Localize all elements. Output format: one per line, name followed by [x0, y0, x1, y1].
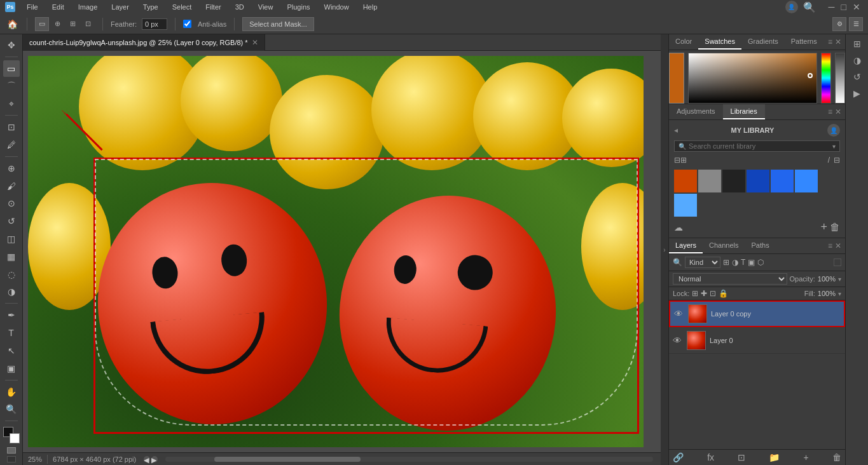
menu-layer[interactable]: Layer — [109, 2, 132, 12]
color-panel-close[interactable]: ✕ — [835, 37, 841, 46]
tab-layers[interactable]: Layers — [669, 238, 703, 253]
rect-marquee-option[interactable]: ▭ — [35, 17, 49, 31]
delete-from-library-button[interactable]: 🗑 — [830, 222, 840, 233]
clone-tool[interactable]: ⊙ — [3, 196, 20, 212]
maximize-button[interactable]: □ — [839, 2, 849, 12]
lock-all-icon[interactable]: 🔒 — [719, 289, 728, 298]
layout-icon[interactable]: ☰ — [849, 17, 863, 31]
move-option[interactable]: ⊕ — [50, 17, 64, 31]
layer-text-icon[interactable]: T — [741, 258, 745, 267]
opacity-value[interactable]: 100% — [818, 275, 836, 283]
home-icon[interactable]: 🏠 — [5, 17, 19, 31]
blur-tool[interactable]: ◌ — [3, 266, 20, 283]
tab-patterns[interactable]: Patterns — [785, 34, 823, 50]
layers-filter-toggle[interactable] — [834, 259, 841, 266]
library-view-lines[interactable]: / — [828, 156, 830, 165]
eyedropper-tool[interactable]: 🖉 — [3, 137, 20, 153]
lock-pixels-icon[interactable]: ⊞ — [692, 289, 698, 298]
lasso-tool[interactable]: ⌒ — [3, 78, 20, 95]
delete-layer-icon[interactable]: 🗑 — [832, 452, 841, 462]
eraser-tool[interactable]: ◫ — [3, 231, 20, 247]
path-select-tool[interactable]: ↖ — [3, 342, 20, 359]
adj-panel-close[interactable]: ✕ — [835, 107, 841, 116]
menu-image[interactable]: Image — [76, 2, 100, 12]
library-view-grid[interactable]: ⊟ — [834, 156, 840, 165]
tab-paths[interactable]: Paths — [745, 238, 776, 253]
actions-icon[interactable]: ▶ — [850, 86, 864, 100]
marquee-tool[interactable]: ▭ — [3, 60, 20, 77]
fill-dropdown[interactable]: ▾ — [838, 290, 841, 297]
layer-item-copy[interactable]: 👁 Layer 0 copy — [669, 300, 845, 327]
opacity-strip[interactable] — [835, 53, 845, 104]
minimize-button[interactable]: ─ — [826, 2, 837, 12]
color-gradient-picker[interactable] — [688, 53, 817, 104]
swatch-blue3[interactable] — [795, 170, 818, 192]
layer-adjust-icon[interactable]: ◑ — [732, 258, 738, 267]
layer-visibility-0[interactable]: 👁 — [673, 335, 683, 346]
library-sort-icon[interactable]: ⊞ — [680, 156, 687, 165]
menu-edit[interactable]: Edit — [50, 2, 67, 12]
library-filter-icon[interactable]: ⊟ — [674, 156, 680, 165]
navigate-right[interactable]: ▶ — [151, 456, 158, 462]
new-group-icon[interactable]: 📁 — [769, 452, 780, 462]
text-tool[interactable]: T — [3, 325, 20, 341]
menu-window[interactable]: Window — [322, 2, 352, 12]
lock-artboards-icon[interactable]: ⊡ — [710, 289, 716, 298]
dodge-tool[interactable]: ◑ — [3, 284, 20, 300]
add-mask-icon[interactable]: ⊡ — [738, 452, 745, 462]
menu-select[interactable]: Select — [170, 2, 195, 12]
layers-panel-menu[interactable]: ≡ — [828, 241, 832, 250]
healing-tool[interactable]: ⊕ — [3, 160, 20, 177]
swatch-dark[interactable] — [722, 170, 745, 192]
tab-libraries[interactable]: Libraries — [723, 104, 765, 119]
shapes-tool[interactable]: ▣ — [3, 360, 20, 377]
tab-channels[interactable]: Channels — [703, 238, 745, 253]
screen-mode-button[interactable] — [7, 456, 16, 462]
adj-panel-menu[interactable]: ≡ — [828, 107, 832, 116]
layer-shape-icon[interactable]: ▣ — [748, 258, 755, 267]
menu-plugins[interactable]: Plugins — [284, 2, 312, 12]
brush-tool[interactable]: 🖌 — [3, 178, 20, 194]
layer-visibility-copy[interactable]: 👁 — [674, 309, 684, 319]
transform-option[interactable]: ⊞ — [65, 17, 79, 31]
layer-pixel-icon[interactable]: ⊞ — [723, 258, 729, 267]
scroll-bar-horizontal[interactable] — [165, 457, 653, 462]
background-color[interactable] — [10, 433, 20, 443]
library-search-input[interactable] — [689, 142, 830, 150]
color-panel-menu[interactable]: ≡ — [828, 37, 832, 46]
workspace-icon[interactable]: ⚙ — [832, 17, 846, 31]
swatch-blue4[interactable] — [674, 194, 697, 217]
menu-filter[interactable]: Filter — [203, 2, 223, 12]
canvas-tab[interactable]: count-chris-Luip9yglwqA-unsplash.jpg @ 2… — [23, 34, 265, 51]
navigate-left[interactable]: ◀ — [144, 456, 150, 462]
current-color-swatch[interactable] — [669, 53, 684, 104]
link-layers-icon[interactable]: 🔗 — [673, 452, 684, 462]
layers-kind-select[interactable]: Kind Name Effect Mode — [685, 257, 720, 268]
pen-tool[interactable]: ✒ — [3, 307, 20, 323]
tab-color[interactable]: Color — [669, 34, 698, 50]
panel-collapse-handle[interactable]: › — [661, 34, 668, 465]
layers-panel-close[interactable]: ✕ — [835, 241, 841, 250]
history-tool[interactable]: ↺ — [3, 213, 20, 229]
quick-mask-button[interactable] — [7, 447, 16, 454]
tab-gradients[interactable]: Gradients — [741, 34, 785, 50]
feather-input[interactable] — [142, 18, 167, 30]
menu-view[interactable]: View — [256, 2, 276, 12]
history-icon[interactable]: ↺ — [850, 70, 864, 84]
layer-fx-icon[interactable]: fx — [707, 452, 714, 462]
tab-swatches[interactable]: Swatches — [698, 34, 741, 50]
arrange-option[interactable]: ⊡ — [81, 17, 95, 31]
close-button[interactable]: ✕ — [850, 2, 863, 12]
move-tool[interactable]: ✥ — [3, 37, 20, 53]
swatch-gray[interactable] — [698, 170, 721, 192]
opacity-dropdown[interactable]: ▾ — [838, 276, 841, 283]
layer-smart-icon[interactable]: ⬡ — [757, 258, 764, 267]
zoom-tool[interactable]: 🔍 — [3, 401, 20, 417]
tool-colors[interactable] — [3, 427, 20, 443]
search-icon[interactable]: 🔍 — [803, 1, 816, 13]
crop-tool[interactable]: ⊡ — [3, 119, 20, 135]
hand-tool[interactable]: ✋ — [3, 384, 20, 400]
gradient-tool[interactable]: ▦ — [3, 248, 20, 265]
new-layer-icon[interactable]: + — [804, 452, 809, 462]
anti-alias-checkbox[interactable] — [183, 20, 191, 28]
